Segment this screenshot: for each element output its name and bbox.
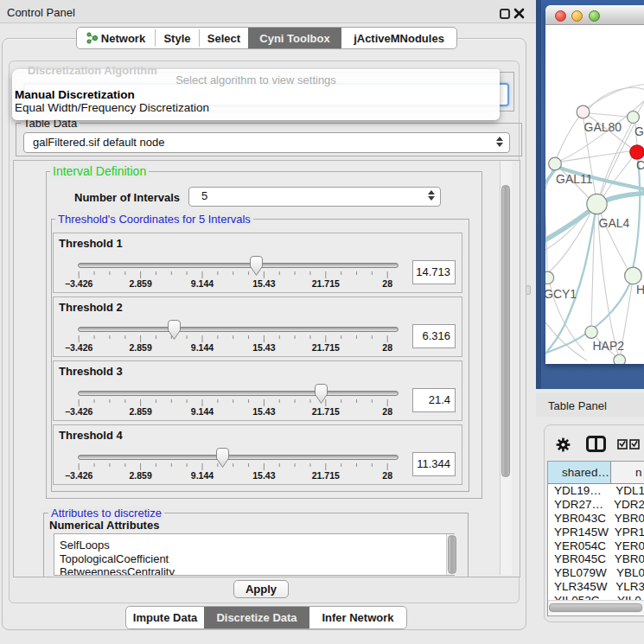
svg-text:G.: G. — [634, 124, 644, 138]
svg-text:HAP2: HAP2 — [593, 339, 625, 353]
svg-text:GAL11: GAL11 — [556, 172, 593, 186]
svg-text:GCY1: GCY1 — [545, 287, 577, 301]
svg-text:C: C — [636, 158, 644, 172]
svg-text:GAL80: GAL80 — [584, 120, 622, 134]
svg-text:H: H — [636, 283, 644, 296]
svg-text:GAL4: GAL4 — [599, 216, 630, 230]
